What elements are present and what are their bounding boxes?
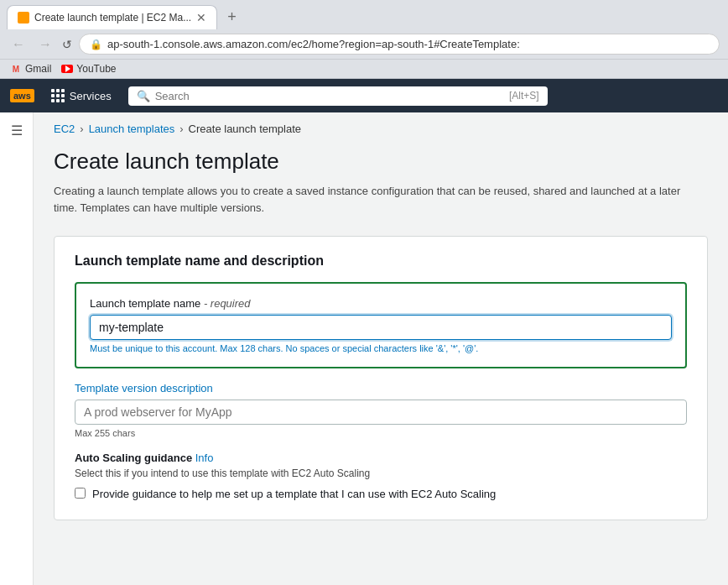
active-tab: Create launch template | EC2 Ma... ✕ [7, 5, 217, 29]
template-name-label: Launch template name - required [90, 297, 672, 310]
lock-icon: 🔒 [90, 39, 102, 50]
guidance-title: Auto Scaling guidance Info [75, 452, 687, 464]
guidance-checkbox-row: Provide guidance to help me set up a tem… [75, 486, 687, 503]
url-text: ap-south-1.console.aws.amazon.com/ec2/ho… [107, 38, 520, 50]
template-name-hint: Must be unique to this account. Max 128 … [90, 343, 672, 353]
tab-bar: Create launch template | EC2 Ma... ✕ + [0, 0, 728, 29]
search-bar[interactable]: 🔍 [Alt+S] [128, 86, 548, 106]
version-description-note: Max 255 chars [75, 428, 687, 438]
breadcrumb-ec2[interactable]: EC2 [54, 123, 75, 135]
tab-title: Create launch template | EC2 Ma... [34, 12, 191, 24]
address-bar: ← → ↺ 🔒 ap-south-1.console.aws.amazon.co… [0, 29, 728, 59]
main-content: EC2 › Launch templates › Create launch t… [34, 112, 728, 585]
page-title: Create launch template [54, 149, 708, 175]
services-label: Services [70, 90, 112, 102]
guidance-checkbox-label: Provide guidance to help me set up a tem… [92, 486, 496, 503]
sidebar: ☰ [0, 112, 34, 585]
guidance-description: Select this if you intend to use this te… [75, 467, 687, 479]
guidance-checkbox[interactable] [75, 488, 86, 499]
aws-navbar: aws Services 🔍 [Alt+S] [0, 79, 728, 112]
card-title: Launch template name and description [75, 253, 687, 269]
tab-favicon [18, 12, 29, 24]
youtube-label: YouTube [76, 63, 116, 75]
browser-chrome: Create launch template | EC2 Ma... ✕ + ←… [0, 0, 728, 79]
search-shortcut: [Alt+S] [509, 90, 539, 102]
bookmark-youtube[interactable]: YouTube [61, 63, 116, 75]
search-input[interactable] [155, 90, 504, 102]
aws-logo-box: aws [10, 89, 34, 102]
breadcrumb-sep-1: › [80, 123, 83, 135]
breadcrumb: EC2 › Launch templates › Create launch t… [54, 123, 708, 135]
aws-logo[interactable]: aws [10, 89, 34, 102]
breadcrumb-current: Create launch template [189, 123, 301, 135]
template-name-section: Launch template name - required Must be … [75, 282, 687, 368]
template-name-input[interactable] [90, 315, 672, 340]
back-button[interactable]: ← [8, 35, 29, 54]
tab-close-button[interactable]: ✕ [196, 11, 206, 24]
services-button[interactable]: Services [44, 86, 118, 106]
url-bar[interactable]: 🔒 ap-south-1.console.aws.amazon.com/ec2/… [79, 34, 720, 55]
youtube-icon [61, 65, 73, 73]
bookmarks-bar: M Gmail YouTube [0, 59, 728, 78]
breadcrumb-sep-2: › [179, 123, 183, 135]
search-icon: 🔍 [137, 90, 150, 102]
gmail-icon: M [10, 63, 22, 75]
auto-scaling-guidance-section: Auto Scaling guidance Info Select this i… [75, 452, 687, 503]
grid-icon [51, 89, 65, 102]
page-layout: ☰ EC2 › Launch templates › Create launch… [0, 112, 728, 585]
breadcrumb-launch-templates[interactable]: Launch templates [89, 123, 175, 135]
bookmark-gmail[interactable]: M Gmail [10, 63, 51, 75]
version-description-section: Template version description Max 255 cha… [75, 382, 687, 438]
sidebar-toggle-button[interactable]: ☰ [11, 123, 23, 138]
refresh-button[interactable]: ↺ [62, 38, 72, 51]
new-tab-button[interactable]: + [221, 5, 243, 29]
version-description-label: Template version description [75, 382, 687, 394]
gmail-label: Gmail [25, 63, 51, 75]
guidance-info-link[interactable]: Info [195, 452, 214, 464]
page-description: Creating a launch template allows you to… [54, 183, 691, 216]
youtube-play-icon [65, 65, 70, 72]
forward-button[interactable]: → [35, 35, 55, 54]
launch-template-card: Launch template name and description Lau… [54, 236, 708, 520]
version-description-input[interactable] [75, 400, 687, 425]
